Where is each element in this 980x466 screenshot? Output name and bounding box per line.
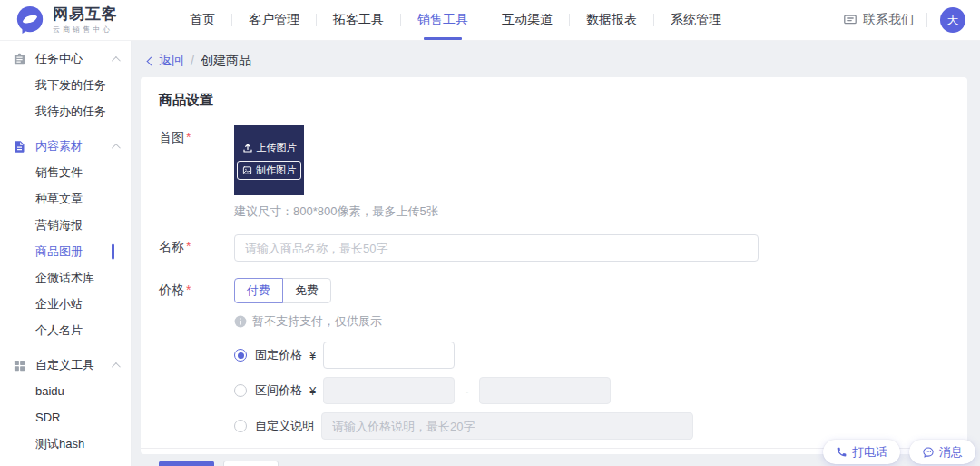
- fixed-price-label: 固定价格: [255, 347, 302, 363]
- nav-tab-customer-acquisition-tools[interactable]: 拓客工具: [333, 0, 384, 40]
- create-product-card: 商品设置 首图*: [141, 77, 967, 454]
- product-name-input[interactable]: [234, 234, 759, 262]
- nav-tab-data-reports[interactable]: 数据报表: [586, 0, 637, 40]
- sidebar-item-baidu[interactable]: baidu: [0, 378, 131, 404]
- sidebar: 任务中心 我下发的任务 我待办的任务 内容素材 销售文件 种草文章 营销海报 商…: [0, 41, 132, 466]
- header-divider: [926, 13, 927, 27]
- range-separator: -: [465, 384, 468, 398]
- range-price-min-input[interactable]: [323, 377, 455, 404]
- contact-us-label: 联系我们: [863, 12, 914, 28]
- nav-tab-interaction-channels[interactable]: 互动渠道: [502, 0, 553, 40]
- price-mode-toggle: 付费 免费: [234, 278, 693, 303]
- name-label: 名称*: [159, 234, 234, 262]
- paid-toggle-button[interactable]: 付费: [234, 278, 283, 303]
- sidebar-item-product-albums[interactable]: 商品图册: [0, 238, 131, 264]
- sidebar-item-test-hash[interactable]: 测试hash: [0, 431, 131, 457]
- tasks-icon: [13, 53, 26, 66]
- required-mark: *: [186, 130, 191, 144]
- nav-tab-home[interactable]: 首页: [190, 0, 215, 40]
- back-chevron-icon: [147, 56, 156, 65]
- sidebar-item-seeding-articles[interactable]: 种草文章: [0, 185, 131, 212]
- create-button[interactable]: 创建: [159, 461, 214, 466]
- price-note: 暂不支持支付，仅供展示: [234, 313, 693, 330]
- main-nav: 首页 客户管理 拓客工具 销售工具 互动渠道 数据报表 系统管理: [181, 0, 730, 40]
- main-image-row: 首图* 上传图片: [159, 125, 949, 220]
- upload-hint: 建议尺寸：800*800像素，最多上传5张: [234, 203, 438, 220]
- price-row: 价格* 付费 免费: [159, 278, 949, 448]
- grid-icon: [13, 359, 26, 372]
- cancel-button[interactable]: 取消: [223, 461, 279, 466]
- back-label: 返回: [159, 53, 184, 69]
- content-icon: [13, 140, 26, 154]
- message-label: 消息: [939, 444, 963, 461]
- price-label: 价格*: [159, 278, 234, 448]
- sidebar-item-company-minisite[interactable]: 企业小站: [0, 291, 131, 317]
- sidebar-item-marketing-posters[interactable]: 营销海报: [0, 212, 131, 238]
- call-button[interactable]: 打电话: [823, 440, 900, 464]
- upload-icon: [242, 143, 253, 154]
- fixed-price-radio[interactable]: [234, 349, 247, 362]
- main-content: 返回 / 创建商品 商品设置 首图*: [132, 41, 980, 466]
- sidebar-group-custom-tools[interactable]: 自定义工具: [0, 352, 131, 378]
- sidebar-item-personal-card[interactable]: 个人名片: [0, 317, 131, 343]
- contact-us-button[interactable]: 联系我们: [843, 12, 914, 28]
- nav-divider: [485, 14, 485, 26]
- sidebar-item-wecom-script-library[interactable]: 企微话术库: [0, 264, 131, 291]
- logo-title: 网易互客: [53, 6, 118, 23]
- call-label: 打电话: [852, 444, 887, 461]
- chat-icon: [843, 13, 858, 27]
- phone-icon: [836, 446, 848, 458]
- avatar[interactable]: 天: [940, 7, 965, 33]
- nav-tab-customer-management[interactable]: 客户管理: [249, 0, 299, 40]
- message-button[interactable]: 消息: [909, 440, 975, 464]
- range-price-option: 区间价格 ¥ -: [234, 377, 693, 404]
- name-row: 名称*: [159, 234, 949, 262]
- chevron-up-icon: [112, 143, 121, 152]
- sidebar-item-sdr[interactable]: SDR: [0, 404, 131, 431]
- fixed-price-option: 固定价格 ¥: [234, 342, 693, 369]
- image-icon: [242, 165, 252, 175]
- upload-image-button[interactable]: 上传图片: [242, 141, 297, 154]
- required-mark: *: [186, 239, 191, 253]
- logo-subtitle: 云商销售中心: [53, 25, 118, 35]
- sidebar-group-label: 任务中心: [35, 51, 83, 67]
- sidebar-group-task-center[interactable]: 任务中心: [0, 46, 131, 72]
- sidebar-item-tasks-todo[interactable]: 我待办的任务: [0, 98, 131, 124]
- nav-tab-sales-tools[interactable]: 销售工具: [417, 0, 468, 40]
- image-upload-dropzone[interactable]: 上传图片 制作图片: [234, 125, 304, 195]
- custom-price-input[interactable]: [321, 412, 693, 440]
- floating-actions: 打电话 消息: [823, 440, 975, 464]
- breadcrumb: 返回 / 创建商品: [141, 52, 967, 77]
- currency-symbol: ¥: [309, 349, 316, 362]
- nav-divider: [316, 14, 317, 26]
- sidebar-group-label: 自定义工具: [35, 357, 94, 373]
- breadcrumb-separator: /: [191, 54, 194, 68]
- custom-price-radio[interactable]: [234, 420, 247, 432]
- nav-tab-system-management[interactable]: 系统管理: [671, 0, 721, 40]
- custom-price-label: 自定义说明: [255, 418, 314, 434]
- main-image-label: 首图*: [159, 125, 234, 220]
- message-icon: [922, 446, 935, 459]
- back-button[interactable]: 返回: [148, 53, 184, 69]
- make-image-button[interactable]: 制作图片: [237, 161, 301, 180]
- free-toggle-button[interactable]: 免费: [282, 278, 331, 303]
- section-title: 商品设置: [159, 92, 949, 109]
- nav-divider: [653, 14, 654, 26]
- sidebar-item-tasks-sent[interactable]: 我下发的任务: [0, 72, 131, 98]
- logo-icon: [15, 5, 45, 35]
- range-price-label: 区间价格: [255, 382, 302, 399]
- range-price-radio[interactable]: [234, 384, 247, 397]
- info-icon: [234, 315, 247, 328]
- page-title: 创建商品: [201, 53, 251, 69]
- currency-symbol: ¥: [309, 384, 316, 398]
- sidebar-item-sales-files[interactable]: 销售文件: [0, 159, 131, 185]
- nav-divider: [400, 14, 401, 26]
- sidebar-group-content-materials[interactable]: 内容素材: [0, 134, 131, 159]
- chevron-up-icon: [112, 362, 121, 371]
- nav-divider: [569, 14, 570, 26]
- fixed-price-input[interactable]: [323, 342, 455, 369]
- required-mark: *: [186, 283, 191, 297]
- range-price-max-input[interactable]: [479, 377, 611, 404]
- nav-divider: [231, 14, 232, 26]
- sidebar-group-label: 内容素材: [35, 138, 83, 154]
